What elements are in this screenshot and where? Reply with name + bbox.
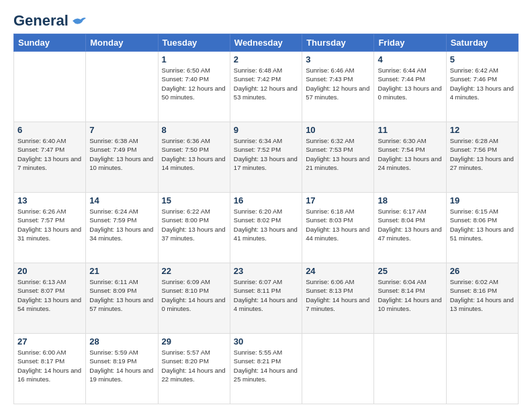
- day-info: Sunrise: 5:59 AM Sunset: 8:19 PM Dayligh…: [89, 348, 154, 383]
- day-number: 6: [17, 125, 82, 135]
- day-number: 10: [306, 125, 370, 135]
- day-info: Sunrise: 5:55 AM Sunset: 8:21 PM Dayligh…: [234, 348, 298, 383]
- day-number: 26: [450, 266, 515, 276]
- calendar-cell: 7Sunrise: 6:38 AM Sunset: 7:49 PM Daylig…: [86, 122, 158, 193]
- day-info: Sunrise: 6:26 AM Sunset: 7:57 PM Dayligh…: [17, 207, 82, 242]
- day-number: 23: [234, 266, 298, 276]
- calendar-cell: 20Sunrise: 6:13 AM Sunset: 8:07 PM Dayli…: [14, 263, 86, 334]
- dow-friday: Friday: [374, 34, 446, 52]
- day-number: 20: [17, 266, 82, 276]
- day-number: 24: [306, 266, 370, 276]
- day-info: Sunrise: 6:24 AM Sunset: 7:59 PM Dayligh…: [89, 207, 154, 242]
- day-info: Sunrise: 6:38 AM Sunset: 7:49 PM Dayligh…: [89, 136, 154, 172]
- day-info: Sunrise: 6:11 AM Sunset: 8:09 PM Dayligh…: [89, 277, 154, 313]
- logo: General: [13, 12, 86, 27]
- day-info: Sunrise: 6:07 AM Sunset: 8:11 PM Dayligh…: [234, 277, 298, 313]
- calendar-cell: [302, 334, 374, 404]
- day-number: 22: [162, 266, 226, 276]
- day-info: Sunrise: 6:20 AM Sunset: 8:02 PM Dayligh…: [234, 207, 298, 242]
- calendar-cell: [446, 334, 518, 404]
- dow-tuesday: Tuesday: [158, 34, 230, 52]
- calendar-cell: 6Sunrise: 6:40 AM Sunset: 7:47 PM Daylig…: [14, 122, 86, 193]
- day-info: Sunrise: 6:15 AM Sunset: 8:06 PM Dayligh…: [450, 207, 515, 242]
- day-info: Sunrise: 6:46 AM Sunset: 7:43 PM Dayligh…: [306, 66, 370, 101]
- calendar-cell: 24Sunrise: 6:06 AM Sunset: 8:13 PM Dayli…: [302, 263, 374, 334]
- calendar-cell: 18Sunrise: 6:17 AM Sunset: 8:04 PM Dayli…: [374, 193, 446, 263]
- calendar-cell: 1Sunrise: 6:50 AM Sunset: 7:40 PM Daylig…: [158, 52, 230, 122]
- day-info: Sunrise: 6:17 AM Sunset: 8:04 PM Dayligh…: [378, 207, 442, 242]
- day-info: Sunrise: 6:18 AM Sunset: 8:03 PM Dayligh…: [306, 207, 370, 242]
- calendar-cell: [86, 52, 158, 122]
- header: General: [13, 12, 519, 27]
- calendar-table: SundayMondayTuesdayWednesdayThursdayFrid…: [13, 34, 519, 404]
- day-number: 1: [162, 54, 226, 64]
- page: General SundayMondayTuesdayWednesdayThur…: [0, 0, 532, 411]
- day-number: 9: [234, 125, 298, 135]
- day-number: 11: [378, 125, 442, 135]
- calendar-cell: 30Sunrise: 5:55 AM Sunset: 8:21 PM Dayli…: [230, 334, 302, 404]
- day-info: Sunrise: 6:06 AM Sunset: 8:13 PM Dayligh…: [306, 277, 370, 313]
- calendar-cell: 27Sunrise: 6:00 AM Sunset: 8:17 PM Dayli…: [14, 334, 86, 404]
- calendar-cell: 19Sunrise: 6:15 AM Sunset: 8:06 PM Dayli…: [446, 193, 518, 263]
- day-info: Sunrise: 6:32 AM Sunset: 7:53 PM Dayligh…: [306, 136, 370, 172]
- day-number: 2: [234, 54, 298, 64]
- calendar-cell: 22Sunrise: 6:09 AM Sunset: 8:10 PM Dayli…: [158, 263, 230, 334]
- calendar-cell: 8Sunrise: 6:36 AM Sunset: 7:50 PM Daylig…: [158, 122, 230, 193]
- day-number: 12: [450, 125, 515, 135]
- day-number: 29: [162, 336, 226, 347]
- calendar-cell: 12Sunrise: 6:28 AM Sunset: 7:56 PM Dayli…: [446, 122, 518, 193]
- calendar-cell: 15Sunrise: 6:22 AM Sunset: 8:00 PM Dayli…: [158, 193, 230, 263]
- day-info: Sunrise: 6:50 AM Sunset: 7:40 PM Dayligh…: [162, 66, 226, 101]
- day-number: 19: [450, 195, 515, 205]
- day-number: 27: [17, 336, 82, 347]
- day-number: 16: [234, 195, 298, 205]
- day-number: 17: [306, 195, 370, 205]
- calendar-cell: 3Sunrise: 6:46 AM Sunset: 7:43 PM Daylig…: [302, 52, 374, 122]
- day-number: 28: [89, 336, 154, 347]
- day-info: Sunrise: 6:40 AM Sunset: 7:47 PM Dayligh…: [17, 136, 82, 172]
- dow-monday: Monday: [86, 34, 158, 52]
- calendar-cell: 25Sunrise: 6:04 AM Sunset: 8:14 PM Dayli…: [374, 263, 446, 334]
- day-number: 3: [306, 54, 370, 64]
- day-number: 4: [378, 54, 442, 64]
- day-info: Sunrise: 6:42 AM Sunset: 7:46 PM Dayligh…: [450, 66, 515, 101]
- day-info: Sunrise: 6:13 AM Sunset: 8:07 PM Dayligh…: [17, 277, 82, 313]
- day-info: Sunrise: 6:22 AM Sunset: 8:00 PM Dayligh…: [162, 207, 226, 242]
- day-info: Sunrise: 6:09 AM Sunset: 8:10 PM Dayligh…: [162, 277, 226, 313]
- calendar-cell: 16Sunrise: 6:20 AM Sunset: 8:02 PM Dayli…: [230, 193, 302, 263]
- day-info: Sunrise: 6:04 AM Sunset: 8:14 PM Dayligh…: [378, 277, 442, 313]
- calendar-cell: [374, 334, 446, 404]
- day-info: Sunrise: 6:44 AM Sunset: 7:44 PM Dayligh…: [378, 66, 442, 101]
- logo-bird-icon: [71, 15, 86, 26]
- calendar-cell: 2Sunrise: 6:48 AM Sunset: 7:42 PM Daylig…: [230, 52, 302, 122]
- dow-saturday: Saturday: [446, 34, 518, 52]
- calendar-cell: 14Sunrise: 6:24 AM Sunset: 7:59 PM Dayli…: [86, 193, 158, 263]
- dow-wednesday: Wednesday: [230, 34, 302, 52]
- day-number: 13: [17, 195, 82, 205]
- calendar-cell: 4Sunrise: 6:44 AM Sunset: 7:44 PM Daylig…: [374, 52, 446, 122]
- dow-thursday: Thursday: [302, 34, 374, 52]
- calendar-cell: 23Sunrise: 6:07 AM Sunset: 8:11 PM Dayli…: [230, 263, 302, 334]
- calendar-cell: 28Sunrise: 5:59 AM Sunset: 8:19 PM Dayli…: [86, 334, 158, 404]
- calendar-cell: 10Sunrise: 6:32 AM Sunset: 7:53 PM Dayli…: [302, 122, 374, 193]
- day-info: Sunrise: 6:02 AM Sunset: 8:16 PM Dayligh…: [450, 277, 515, 313]
- calendar-cell: 9Sunrise: 6:34 AM Sunset: 7:52 PM Daylig…: [230, 122, 302, 193]
- day-info: Sunrise: 6:28 AM Sunset: 7:56 PM Dayligh…: [450, 136, 515, 172]
- dow-sunday: Sunday: [14, 34, 86, 52]
- calendar-cell: 13Sunrise: 6:26 AM Sunset: 7:57 PM Dayli…: [14, 193, 86, 263]
- day-info: Sunrise: 5:57 AM Sunset: 8:20 PM Dayligh…: [162, 348, 226, 383]
- day-info: Sunrise: 6:48 AM Sunset: 7:42 PM Dayligh…: [234, 66, 298, 101]
- day-number: 5: [450, 54, 515, 64]
- calendar-cell: 29Sunrise: 5:57 AM Sunset: 8:20 PM Dayli…: [158, 334, 230, 404]
- calendar-cell: 11Sunrise: 6:30 AM Sunset: 7:54 PM Dayli…: [374, 122, 446, 193]
- day-number: 15: [162, 195, 226, 205]
- calendar-cell: 5Sunrise: 6:42 AM Sunset: 7:46 PM Daylig…: [446, 52, 518, 122]
- logo-general-text: General: [13, 12, 69, 30]
- calendar-cell: 17Sunrise: 6:18 AM Sunset: 8:03 PM Dayli…: [302, 193, 374, 263]
- day-number: 30: [234, 336, 298, 347]
- day-info: Sunrise: 6:36 AM Sunset: 7:50 PM Dayligh…: [162, 136, 226, 172]
- calendar-cell: [14, 52, 86, 122]
- calendar-cell: 21Sunrise: 6:11 AM Sunset: 8:09 PM Dayli…: [86, 263, 158, 334]
- day-info: Sunrise: 6:34 AM Sunset: 7:52 PM Dayligh…: [234, 136, 298, 172]
- day-number: 18: [378, 195, 442, 205]
